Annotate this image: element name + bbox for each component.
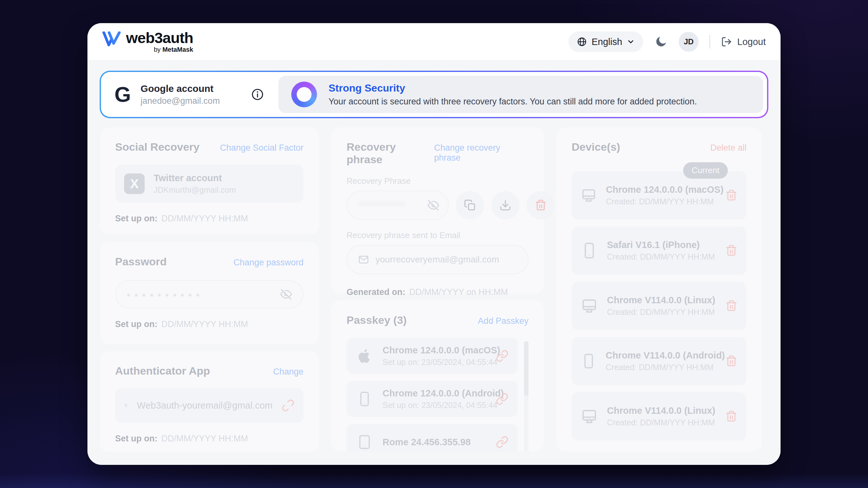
link-icon [496, 436, 508, 449]
recovery-phrase-label: Recovery Phrase [346, 176, 528, 186]
dark-mode-toggle[interactable] [654, 35, 668, 48]
delete-all-devices-link[interactable]: Delete all [710, 143, 746, 153]
social-setup-date: Set up on:DD/MM/YYYY HH:MM [115, 214, 304, 224]
logout-label: Logout [737, 37, 766, 47]
security-banner: G Google account janedoe@gmail.com Stro [100, 71, 768, 118]
copy-phrase-button[interactable] [456, 191, 484, 220]
authenticator-row: Web3auth-youremail@gmal.com [115, 388, 304, 423]
passkey-row: Rome 24.456.355.98 [346, 424, 518, 451]
password-card: Password Change password •••••••••• Set … [100, 242, 319, 344]
logo-text: web3auth [126, 30, 193, 45]
passkey-name: Chrome 124.0.0.0 (macOS) [382, 345, 487, 356]
device-created-date: Created: DD/MM/YYY HH:MM [607, 252, 715, 261]
delete-phrase-button[interactable] [527, 191, 555, 220]
device-row: Chrome V114.0.0 (Linux) Created: DD/MM/Y… [571, 282, 746, 330]
passkey-link-button[interactable] [496, 436, 508, 449]
passkey-row: Chrome 124.0.0.0 (macOS) Set up on: 23/0… [346, 338, 518, 374]
phone-pin-icon [124, 397, 128, 414]
web3auth-logo: web3auth by MetaMask [102, 30, 193, 53]
password-setup-date: Set up on:DD/MM/YYYY HH:MM [115, 319, 304, 329]
device-name: Chrome V114.0.0 (Android) [606, 350, 716, 361]
authenticator-setup-date: Set up on:DD/MM/YYYY HH:MM [115, 434, 304, 444]
download-icon [499, 199, 512, 212]
twitter-account-row: X Twitter account JDKmurthi@gmail.com [115, 165, 304, 203]
password-mask: •••••••••• [127, 289, 204, 300]
desktop-icon [581, 408, 598, 425]
phone-icon [356, 390, 373, 408]
app-header: web3auth by MetaMask English [88, 23, 780, 61]
device-created-date: Created: DD/MM/YYY HH:MM [607, 307, 715, 317]
change-password-link[interactable]: Change password [234, 258, 304, 268]
trash-icon [725, 410, 738, 422]
passkey-scrollbar[interactable] [524, 341, 528, 451]
recovery-phrase-input[interactable]: ************** [346, 191, 449, 220]
password-input[interactable]: •••••••••• [115, 280, 304, 308]
toggle-phrase-visibility[interactable] [428, 199, 439, 211]
devices-list: Current Chrome 124.0.0.0 (macOS) Created… [571, 171, 746, 441]
logo-brand: MetaMask [162, 46, 193, 53]
device-name: Chrome V114.0.0 (Linux) [607, 405, 715, 416]
device-created-date: Created: DD/MM/YYY HH:MM [606, 197, 716, 206]
recovery-phrase-masked: ************** [358, 200, 413, 210]
tablet-icon [356, 433, 373, 451]
unlink-authenticator-button[interactable] [282, 399, 294, 412]
passkey-link-button[interactable] [496, 393, 508, 405]
social-recovery-card: Social Recovery Change Social Factor X T… [100, 127, 319, 235]
logo-by: by [154, 46, 160, 53]
download-phrase-button[interactable] [491, 191, 520, 220]
eye-off-icon [428, 199, 439, 211]
page-body: G Google account janedoe@gmail.com Stro [88, 61, 780, 465]
recovery-phrase-title: Recovery phrase [346, 141, 434, 166]
link-icon [496, 393, 508, 405]
passkey-list: Chrome 124.0.0.0 (macOS) Set up on: 23/0… [346, 338, 528, 451]
recovery-email-label: Recovery phrase sent to Email [346, 230, 528, 240]
account-info-button[interactable] [251, 88, 264, 101]
authenticator-card: Authenticator App Change Web3auth-yourem… [100, 351, 319, 452]
eye-off-icon [280, 289, 292, 300]
logout-button[interactable]: Logout [721, 36, 766, 47]
delete-device-button[interactable] [725, 355, 738, 367]
social-recovery-title: Social Recovery [115, 141, 199, 153]
trash-icon [725, 300, 738, 312]
recovery-email-input[interactable]: yourrecoveryemail@gmail.com [346, 245, 528, 274]
logo-subtext: by MetaMask [154, 46, 193, 53]
passkey-setup-date: Set up on: 23/05/2024, 04:55:44 [382, 358, 487, 367]
change-social-factor-link[interactable]: Change Social Factor [220, 143, 304, 153]
authenticator-title: Authenticator App [115, 365, 210, 377]
avatar-initials: JD [684, 37, 694, 46]
change-authenticator-link[interactable]: Change [273, 367, 304, 377]
logout-icon [721, 36, 732, 47]
delete-device-button[interactable] [725, 410, 738, 422]
security-status-description: Your account is secured with three recov… [329, 97, 697, 107]
add-passkey-link[interactable]: Add Passkey [478, 316, 528, 326]
passkey-link-button[interactable] [496, 350, 508, 362]
recovery-phrase-card: Recovery phrase Change recovery phrase R… [331, 127, 544, 293]
passkey-row: Chrome 124.0.0.0 (Android) Set up on: 23… [346, 381, 518, 417]
google-icon: G [115, 84, 131, 105]
scrollbar-thumb[interactable] [524, 341, 528, 396]
mail-icon [358, 254, 369, 265]
info-icon [251, 88, 264, 101]
trash-icon [725, 355, 738, 367]
device-row: Chrome V114.0.0 (Android) Created: DD/MM… [571, 337, 746, 385]
link-icon [496, 350, 508, 362]
device-created-date: Created: DD/MM/YYY HH:MM [607, 418, 715, 427]
devices-title: Device(s) [571, 141, 620, 153]
device-name: Safari V16.1 (iPhone) [607, 240, 715, 250]
security-status: Strong Security Your account is secured … [278, 76, 763, 113]
delete-device-button[interactable] [725, 189, 738, 201]
factors-grid: Social Recovery Change Social Factor X T… [100, 127, 768, 452]
delete-device-button[interactable] [725, 300, 738, 312]
avatar[interactable]: JD [679, 32, 699, 52]
device-name: Chrome V114.0.0 (Linux) [607, 295, 715, 305]
password-title: Password [115, 255, 167, 268]
language-selector[interactable]: English [568, 31, 643, 52]
link-off-icon [282, 399, 294, 412]
account-title: Google account [141, 83, 220, 94]
delete-device-button[interactable] [725, 245, 738, 257]
recovery-email-value: yourrecoveryemail@gmail.com [375, 255, 499, 265]
passkey-title: Passkey (3) [346, 314, 407, 326]
authenticator-email: Web3auth-youremail@gmal.com [137, 400, 273, 411]
toggle-password-visibility[interactable] [280, 289, 292, 300]
change-recovery-phrase-link[interactable]: Change recovery phrase [434, 143, 528, 163]
